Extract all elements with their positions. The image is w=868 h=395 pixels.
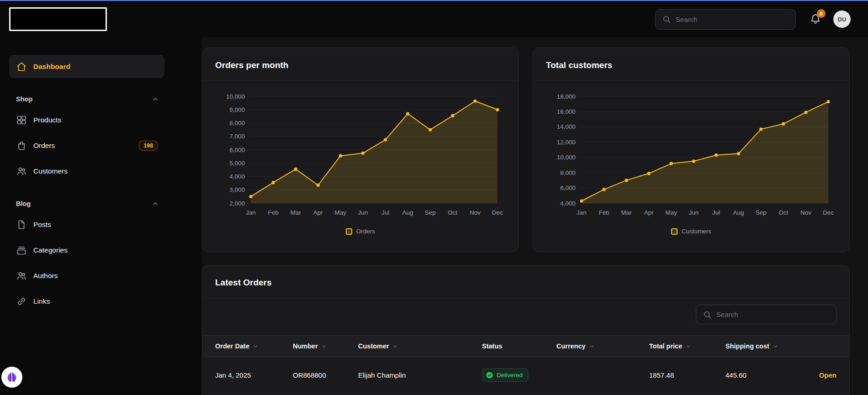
- svg-text:Mar: Mar: [621, 209, 632, 216]
- svg-text:Oct: Oct: [778, 209, 788, 216]
- cell-status: Delivered: [482, 369, 556, 382]
- sidebar-item-label: Customers: [33, 167, 68, 175]
- svg-text:Feb: Feb: [268, 209, 278, 216]
- column-header-status: Status: [482, 342, 556, 350]
- svg-text:2,000: 2,000: [229, 200, 245, 207]
- column-header-customer[interactable]: Customer: [358, 342, 482, 350]
- orders-chart-card: Orders per month 2,0003,0004,0005,0006,0…: [202, 47, 519, 252]
- svg-text:Feb: Feb: [598, 209, 609, 216]
- global-search: [655, 9, 796, 30]
- sort-chevron-icon: [773, 343, 778, 349]
- svg-text:Dec: Dec: [492, 209, 503, 216]
- column-header-total-price[interactable]: Total price: [649, 342, 725, 350]
- chart-legend[interactable]: Orders: [215, 228, 506, 235]
- svg-text:5,000: 5,000: [229, 160, 245, 167]
- cell-total-price: 1857.48: [649, 371, 725, 379]
- sidebar-item-posts[interactable]: Posts: [9, 213, 164, 236]
- notifications-count-badge: 0: [817, 9, 826, 18]
- users-icon: [16, 166, 27, 177]
- svg-text:May: May: [335, 209, 347, 216]
- sidebar-item-authors[interactable]: Authors: [9, 264, 164, 287]
- global-search-input[interactable]: [676, 16, 789, 23]
- sidebar-item-label: Dashboard: [33, 63, 70, 71]
- users-icon: [16, 270, 27, 281]
- svg-text:Sep: Sep: [756, 209, 767, 216]
- squares-grid-icon: [16, 115, 27, 126]
- latest-orders-title: Latest Orders: [215, 278, 836, 288]
- column-header-shipping-cost[interactable]: Shipping cost: [725, 342, 817, 350]
- svg-text:Oct: Oct: [448, 209, 457, 216]
- svg-text:4,000: 4,000: [560, 200, 576, 207]
- latest-orders-card: Latest Orders Order Date Number Customer: [202, 265, 850, 395]
- sidebar-item-links[interactable]: Links: [9, 290, 164, 313]
- sort-chevron-icon: [321, 343, 327, 349]
- svg-text:8,000: 8,000: [229, 120, 245, 126]
- svg-text:3,000: 3,000: [229, 186, 245, 193]
- svg-text:Jan: Jan: [246, 209, 256, 216]
- column-header-order-date[interactable]: Order Date: [215, 342, 293, 350]
- document-icon: [16, 219, 27, 230]
- notifications-button[interactable]: 0: [810, 13, 821, 25]
- svg-text:Aug: Aug: [402, 209, 413, 216]
- sidebar-item-label: Categories: [33, 246, 68, 254]
- chart-legend[interactable]: Customers: [546, 228, 836, 235]
- check-circle-icon: [486, 371, 493, 379]
- sort-chevron-icon: [392, 343, 398, 349]
- table-search: [696, 305, 836, 324]
- orders-count-badge: 198: [139, 141, 158, 151]
- sidebar-item-label: Links: [33, 297, 50, 305]
- sidebar-item-label: Posts: [33, 221, 51, 229]
- sidebar-item-customers[interactable]: Customers: [9, 159, 164, 183]
- assistant-bubble[interactable]: [1, 367, 22, 388]
- open-order-link[interactable]: Open: [819, 371, 836, 379]
- svg-text:Apr: Apr: [644, 209, 654, 216]
- svg-text:10,000: 10,000: [226, 93, 245, 100]
- sidebar-item-products[interactable]: Products: [9, 108, 164, 132]
- sidebar-item-label: Authors: [33, 272, 58, 280]
- customers-chart-card: Total customers 4,0006,0008,00010,00012,…: [533, 47, 850, 252]
- sidebar-item-label: Products: [33, 116, 61, 124]
- table-header-row: Order Date Number Customer Status Curren…: [202, 335, 849, 357]
- chart-title: Total customers: [546, 60, 836, 70]
- home-icon: [16, 61, 27, 72]
- legend-label: Customers: [682, 228, 711, 235]
- stack-icon: [16, 245, 27, 256]
- search-icon: [662, 15, 671, 24]
- svg-text:May: May: [666, 209, 677, 216]
- table-row[interactable]: Jan 4, 2025 OR868800 Elijah Champlin Del…: [202, 357, 849, 394]
- svg-text:14,000: 14,000: [557, 123, 576, 130]
- chevron-up-icon: [152, 200, 159, 207]
- topbar: 0 DU: [0, 1, 868, 37]
- svg-text:8,000: 8,000: [560, 169, 576, 176]
- table-search-input[interactable]: [716, 311, 830, 318]
- shopping-bag-icon: [16, 140, 27, 151]
- svg-text:10,000: 10,000: [557, 154, 576, 161]
- cell-order-date: Jan 4, 2025: [215, 371, 293, 379]
- svg-text:Nov: Nov: [470, 209, 481, 216]
- logo[interactable]: [9, 7, 107, 31]
- cell-shipping-cost: 445.60: [725, 371, 817, 379]
- sidebar-group-shop[interactable]: Shop: [9, 95, 164, 103]
- sidebar-group-blog[interactable]: Blog: [9, 200, 164, 207]
- link-icon: [16, 296, 27, 307]
- orders-chart: 2,0003,0004,0005,0006,0007,0008,0009,000…: [215, 91, 506, 224]
- sidebar: Dashboard Shop Products Orders 198: [0, 37, 202, 395]
- sidebar-item-label: Orders: [33, 142, 55, 150]
- sidebar-item-dashboard[interactable]: Dashboard: [9, 55, 164, 78]
- svg-text:12,000: 12,000: [557, 139, 576, 146]
- svg-text:Mar: Mar: [291, 209, 302, 216]
- group-label: Shop: [16, 95, 32, 103]
- sort-chevron-icon: [589, 343, 595, 349]
- avatar[interactable]: DU: [833, 11, 851, 28]
- main-content: Orders per month 2,0003,0004,0005,0006,0…: [202, 37, 868, 395]
- cell-customer: Elijah Champlin: [358, 371, 482, 379]
- sidebar-item-orders[interactable]: Orders 198: [9, 134, 164, 157]
- cell-number: OR868800: [293, 371, 358, 379]
- sidebar-item-categories[interactable]: Categories: [9, 238, 164, 262]
- svg-text:Jan: Jan: [577, 209, 587, 216]
- chart-title: Orders per month: [215, 60, 506, 70]
- sort-chevron-icon: [253, 343, 259, 349]
- column-header-currency[interactable]: Currency: [556, 342, 649, 350]
- column-header-number[interactable]: Number: [293, 342, 358, 350]
- svg-text:6,000: 6,000: [229, 147, 245, 153]
